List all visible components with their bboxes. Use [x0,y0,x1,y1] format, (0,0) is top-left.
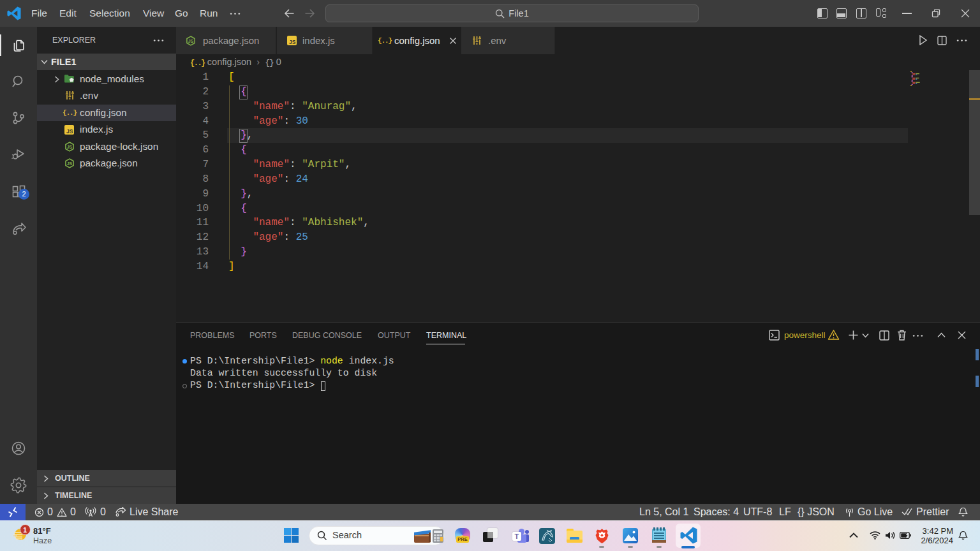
svg-text:JS: JS [188,39,194,43]
